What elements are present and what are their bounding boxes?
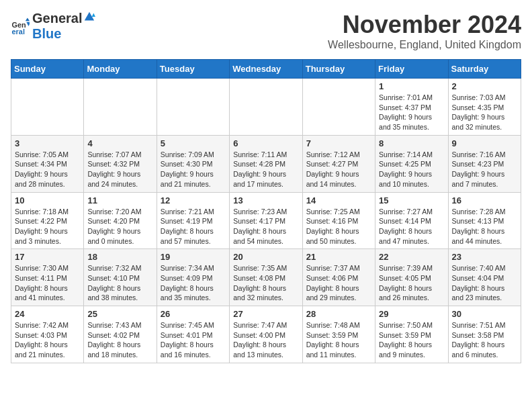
calendar-cell: 5Sunrise: 7:09 AM Sunset: 4:30 PM Daylig…: [157, 135, 229, 192]
day-info: Sunrise: 7:05 AM Sunset: 4:34 PM Dayligh…: [15, 150, 80, 189]
day-info: Sunrise: 7:27 AM Sunset: 4:14 PM Dayligh…: [379, 207, 444, 246]
day-info: Sunrise: 7:35 AM Sunset: 4:08 PM Dayligh…: [233, 263, 298, 303]
calendar-subtitle: Wellesbourne, England, United Kingdom: [328, 39, 521, 51]
day-number: 5: [161, 138, 226, 148]
calendar-week-2: 3Sunrise: 7:05 AM Sunset: 4:34 PM Daylig…: [11, 135, 521, 192]
day-number: 6: [233, 138, 298, 148]
calendar-cell: 25Sunrise: 7:43 AM Sunset: 4:02 PM Dayli…: [84, 306, 157, 363]
calendar-week-1: 1Sunrise: 7:01 AM Sunset: 4:37 PM Daylig…: [11, 79, 521, 136]
calendar-cell: 19Sunrise: 7:34 AM Sunset: 4:09 PM Dayli…: [157, 249, 229, 306]
day-info: Sunrise: 7:16 AM Sunset: 4:23 PM Dayligh…: [452, 150, 517, 189]
logo-general: General: [32, 11, 82, 26]
day-info: Sunrise: 7:12 AM Sunset: 4:27 PM Dayligh…: [306, 150, 371, 189]
day-number: 17: [15, 252, 80, 262]
calendar-cell: 1Sunrise: 7:01 AM Sunset: 4:37 PM Daylig…: [375, 79, 448, 136]
day-info: Sunrise: 7:11 AM Sunset: 4:28 PM Dayligh…: [233, 150, 298, 189]
weekday-header-sunday: Sunday: [11, 60, 84, 79]
calendar-cell: 21Sunrise: 7:37 AM Sunset: 4:06 PM Dayli…: [302, 249, 375, 306]
day-number: 16: [452, 195, 517, 205]
calendar-week-3: 10Sunrise: 7:18 AM Sunset: 4:22 PM Dayli…: [11, 192, 521, 249]
calendar-cell: 4Sunrise: 7:07 AM Sunset: 4:32 PM Daylig…: [84, 135, 157, 192]
day-number: 11: [87, 195, 152, 205]
calendar-cell: 13Sunrise: 7:23 AM Sunset: 4:17 PM Dayli…: [230, 192, 302, 249]
day-info: Sunrise: 7:28 AM Sunset: 4:13 PM Dayligh…: [452, 207, 517, 246]
calendar-cell: 3Sunrise: 7:05 AM Sunset: 4:34 PM Daylig…: [11, 135, 84, 192]
day-info: Sunrise: 7:18 AM Sunset: 4:22 PM Dayligh…: [15, 207, 80, 246]
calendar-cell: 12Sunrise: 7:21 AM Sunset: 4:19 PM Dayli…: [157, 192, 229, 249]
day-number: 24: [15, 309, 80, 319]
calendar-cell: 28Sunrise: 7:48 AM Sunset: 3:59 PM Dayli…: [302, 306, 375, 363]
day-number: 18: [87, 252, 152, 262]
day-number: 9: [452, 138, 517, 148]
day-number: 22: [379, 252, 444, 262]
day-number: 4: [87, 138, 152, 148]
day-number: 23: [452, 252, 517, 262]
weekday-header-monday: Monday: [84, 60, 157, 79]
title-area: November 2024 Wellesbourne, England, Uni…: [328, 11, 521, 51]
calendar-cell: 9Sunrise: 7:16 AM Sunset: 4:23 PM Daylig…: [448, 135, 521, 192]
calendar-week-5: 24Sunrise: 7:42 AM Sunset: 4:03 PM Dayli…: [11, 306, 521, 363]
calendar-week-4: 17Sunrise: 7:30 AM Sunset: 4:11 PM Dayli…: [11, 249, 521, 306]
svg-marker-2: [26, 18, 30, 21]
calendar-cell: 24Sunrise: 7:42 AM Sunset: 4:03 PM Dayli…: [11, 306, 84, 363]
weekday-header-saturday: Saturday: [448, 60, 521, 79]
calendar-cell: [11, 79, 84, 136]
day-info: Sunrise: 7:23 AM Sunset: 4:17 PM Dayligh…: [233, 207, 298, 246]
calendar-cell: [84, 79, 157, 136]
calendar-cell: 8Sunrise: 7:14 AM Sunset: 4:25 PM Daylig…: [375, 135, 448, 192]
day-info: Sunrise: 7:20 AM Sunset: 4:20 PM Dayligh…: [87, 207, 152, 246]
day-number: 27: [233, 309, 298, 319]
calendar-title: November 2024: [328, 11, 521, 39]
calendar-table: SundayMondayTuesdayWednesdayThursdayFrid…: [11, 59, 521, 363]
day-number: 25: [87, 309, 152, 319]
calendar-cell: 22Sunrise: 7:39 AM Sunset: 4:05 PM Dayli…: [375, 249, 448, 306]
weekday-header-friday: Friday: [375, 60, 448, 79]
day-info: Sunrise: 7:01 AM Sunset: 4:37 PM Dayligh…: [379, 93, 444, 132]
day-number: 28: [306, 309, 371, 319]
day-info: Sunrise: 7:07 AM Sunset: 4:32 PM Dayligh…: [87, 150, 152, 189]
day-info: Sunrise: 7:43 AM Sunset: 4:02 PM Dayligh…: [87, 320, 152, 360]
calendar-cell: 2Sunrise: 7:03 AM Sunset: 4:35 PM Daylig…: [448, 79, 521, 136]
day-info: Sunrise: 7:50 AM Sunset: 3:59 PM Dayligh…: [379, 320, 444, 360]
calendar-cell: 7Sunrise: 7:12 AM Sunset: 4:27 PM Daylig…: [302, 135, 375, 192]
logo-icon: Gen eral: [11, 17, 30, 36]
calendar-cell: 16Sunrise: 7:28 AM Sunset: 4:13 PM Dayli…: [448, 192, 521, 249]
day-info: Sunrise: 7:32 AM Sunset: 4:10 PM Dayligh…: [87, 263, 152, 303]
calendar-cell: 17Sunrise: 7:30 AM Sunset: 4:11 PM Dayli…: [11, 249, 84, 306]
day-number: 15: [379, 195, 444, 205]
day-number: 20: [233, 252, 298, 262]
day-info: Sunrise: 7:25 AM Sunset: 4:16 PM Dayligh…: [306, 207, 371, 246]
day-info: Sunrise: 7:14 AM Sunset: 4:25 PM Dayligh…: [379, 150, 444, 189]
calendar-cell: 11Sunrise: 7:20 AM Sunset: 4:20 PM Dayli…: [84, 192, 157, 249]
svg-marker-5: [92, 13, 95, 17]
day-number: 29: [379, 309, 444, 319]
calendar-cell: [302, 79, 375, 136]
calendar-cell: 26Sunrise: 7:45 AM Sunset: 4:01 PM Dayli…: [157, 306, 229, 363]
day-info: Sunrise: 7:09 AM Sunset: 4:30 PM Dayligh…: [161, 150, 226, 189]
day-info: Sunrise: 7:39 AM Sunset: 4:05 PM Dayligh…: [379, 263, 444, 303]
calendar-cell: 15Sunrise: 7:27 AM Sunset: 4:14 PM Dayli…: [375, 192, 448, 249]
day-info: Sunrise: 7:21 AM Sunset: 4:19 PM Dayligh…: [161, 207, 226, 246]
day-number: 13: [233, 195, 298, 205]
calendar-cell: 23Sunrise: 7:40 AM Sunset: 4:04 PM Dayli…: [448, 249, 521, 306]
logo-triangle: [83, 11, 95, 23]
calendar-cell: 10Sunrise: 7:18 AM Sunset: 4:22 PM Dayli…: [11, 192, 84, 249]
day-info: Sunrise: 7:30 AM Sunset: 4:11 PM Dayligh…: [15, 263, 80, 303]
calendar-cell: 6Sunrise: 7:11 AM Sunset: 4:28 PM Daylig…: [230, 135, 302, 192]
weekday-header-wednesday: Wednesday: [230, 60, 302, 79]
svg-text:eral: eral: [12, 28, 25, 36]
weekday-header-thursday: Thursday: [302, 60, 375, 79]
day-info: Sunrise: 7:48 AM Sunset: 3:59 PM Dayligh…: [306, 320, 371, 360]
day-number: 21: [306, 252, 371, 262]
day-number: 2: [452, 81, 517, 91]
day-number: 7: [306, 138, 371, 148]
calendar-cell: 27Sunrise: 7:47 AM Sunset: 4:00 PM Dayli…: [230, 306, 302, 363]
day-number: 10: [15, 195, 80, 205]
calendar-cell: 18Sunrise: 7:32 AM Sunset: 4:10 PM Dayli…: [84, 249, 157, 306]
calendar-cell: 30Sunrise: 7:51 AM Sunset: 3:58 PM Dayli…: [448, 306, 521, 363]
day-info: Sunrise: 7:45 AM Sunset: 4:01 PM Dayligh…: [161, 320, 226, 360]
day-info: Sunrise: 7:51 AM Sunset: 3:58 PM Dayligh…: [452, 320, 517, 360]
svg-marker-3: [26, 22, 30, 26]
day-number: 1: [379, 81, 444, 91]
day-info: Sunrise: 7:47 AM Sunset: 4:00 PM Dayligh…: [233, 320, 298, 360]
